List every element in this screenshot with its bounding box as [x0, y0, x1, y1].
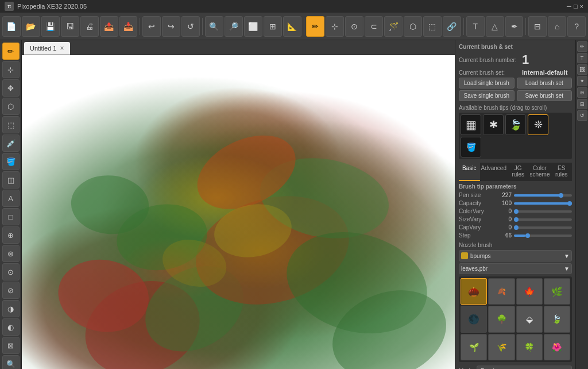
new-button[interactable]: 📄	[2, 16, 21, 37]
save-single-brush-button[interactable]: Save single brush	[459, 90, 514, 101]
eyedropper-tool[interactable]: 💉	[2, 134, 20, 152]
path-button[interactable]: ✒	[505, 16, 524, 37]
ellipse-select-button[interactable]: ⊙	[345, 16, 363, 37]
nozzle-folder-select[interactable]: bpumps ▼	[459, 250, 572, 262]
pen-size-slider[interactable]	[514, 194, 572, 197]
save-button[interactable]: 💾	[41, 16, 60, 37]
select-button[interactable]: ⊹	[326, 16, 344, 37]
gradient-tool[interactable]: ◫	[2, 171, 20, 189]
image-strip-button[interactable]: 🖼	[577, 64, 587, 75]
text-button[interactable]: T	[466, 16, 485, 37]
export-button[interactable]: 📤	[100, 16, 118, 37]
crop-button[interactable]: ⬚	[423, 16, 442, 37]
window-maximize[interactable]: □	[574, 3, 578, 10]
zoom-out-button[interactable]: 🔎	[225, 16, 243, 37]
blur-tool[interactable]: ⊙	[2, 263, 20, 280]
tab-color-scheme[interactable]: Color scheme	[528, 163, 551, 181]
heal-tool[interactable]: ⊗	[2, 245, 20, 262]
clone-tool[interactable]: ⊕	[2, 226, 20, 244]
capacity-slider[interactable]	[514, 202, 572, 205]
save-brush-set-button[interactable]: Save brush set	[517, 90, 572, 101]
brush-cell-5[interactable]: 🌑	[461, 306, 487, 332]
transform-tool[interactable]: ⬡	[2, 98, 20, 115]
brush-cell-2[interactable]: 🍂	[488, 278, 514, 305]
crop-tool[interactable]: ⬚	[2, 116, 20, 133]
canvas[interactable]	[22, 55, 455, 369]
eraser-tool[interactable]: ⊠	[2, 337, 20, 354]
zoom-in-button[interactable]: 🔍	[205, 16, 223, 37]
fit-button[interactable]: ⬜	[244, 16, 262, 37]
zoom-tool[interactable]: 🔍	[2, 355, 20, 369]
brush-tip-1[interactable]: ▦	[461, 114, 481, 135]
select-tool[interactable]: ⊹	[2, 61, 20, 78]
brush-cell-9[interactable]: 🌱	[461, 334, 487, 360]
brush-strip-button[interactable]: ✏	[577, 41, 587, 52]
layers-button[interactable]: ⊟	[528, 16, 547, 37]
pen-size-value: 227	[496, 192, 512, 198]
transform-button[interactable]: ⬡	[404, 16, 422, 37]
history-button[interactable]: ↺	[181, 16, 200, 37]
brush-cell-6[interactable]: 🌳	[488, 306, 514, 332]
filter-strip-button[interactable]: ⊛	[577, 87, 587, 98]
magic-wand-button[interactable]: 🪄	[384, 16, 403, 37]
fill-tool[interactable]: 🪣	[2, 153, 20, 170]
move-tool[interactable]: ✥	[2, 79, 20, 97]
brush-cell-10[interactable]: 🌾	[488, 334, 514, 360]
capvary-slider[interactable]	[514, 226, 572, 229]
effect-strip-button[interactable]: ✦	[577, 76, 587, 86]
save-as-button[interactable]: 🖫	[61, 16, 79, 37]
help-button[interactable]: ?	[567, 16, 586, 37]
brush-cell-7[interactable]: ⬙	[516, 306, 543, 332]
brush-cell-3[interactable]: 🍁	[516, 278, 543, 305]
leaf-svg	[22, 55, 455, 369]
sync-strip-button[interactable]: ↺	[577, 110, 587, 121]
mode-select[interactable]: Random Sequential Fixed	[477, 366, 572, 369]
window-minimize[interactable]: ─	[567, 3, 571, 10]
load-brush-set-button[interactable]: Load brush set	[517, 78, 572, 89]
brush-tip-2[interactable]: ✱	[483, 114, 504, 135]
lasso-button[interactable]: ⊂	[365, 16, 383, 37]
burn-tool[interactable]: ◐	[2, 318, 20, 336]
redo-button[interactable]: ↪	[162, 16, 180, 37]
import-button[interactable]: 📥	[119, 16, 138, 37]
load-single-brush-button[interactable]: Load single brush	[459, 78, 514, 89]
brush-tip-3[interactable]: 🍃	[505, 114, 526, 135]
smudge-tool[interactable]: ⊘	[2, 282, 20, 299]
brush-cell-11[interactable]: 🍀	[516, 334, 543, 360]
brush-tip-4[interactable]: ❊	[528, 114, 548, 135]
link-button[interactable]: 🔗	[443, 16, 461, 37]
brush-cell-1[interactable]: 🌰	[461, 278, 487, 305]
tab-advanced[interactable]: Advanced	[480, 163, 508, 181]
undo-button[interactable]: ↩	[142, 16, 161, 37]
sizevary-slider[interactable]	[514, 218, 572, 221]
brush-cell-12[interactable]: 🌺	[544, 334, 570, 360]
step-slider[interactable]	[514, 235, 572, 237]
dodge-tool[interactable]: ◑	[2, 300, 20, 317]
nozzle-file-select[interactable]: leaves.pbr ▼	[459, 263, 572, 274]
brush-cell-8[interactable]: 🍃	[544, 306, 570, 332]
tab-basic[interactable]: Basic	[459, 163, 480, 181]
tab-es-rules[interactable]: ES rules	[551, 163, 572, 181]
tab-jg-rules[interactable]: JG rules	[508, 163, 529, 181]
document-tab[interactable]: Untitled 1 ×	[24, 42, 70, 55]
shape-tool[interactable]: □	[2, 208, 20, 225]
nozzle-folder-chevron: ▼	[564, 253, 570, 259]
open-button[interactable]: 📂	[22, 16, 40, 37]
window-close[interactable]: ×	[580, 3, 583, 10]
grid-button[interactable]: ⊞	[264, 16, 282, 37]
text-tool[interactable]: A	[2, 190, 20, 207]
print-button[interactable]: 🖨	[80, 16, 99, 37]
history2-button[interactable]: ⌂	[548, 16, 566, 37]
tab-close-button[interactable]: ×	[60, 44, 64, 52]
brush-tip-5[interactable]: 🪣	[461, 137, 481, 157]
draw-tool[interactable]: ✏	[2, 43, 20, 60]
brush-cell-4[interactable]: 🌿	[544, 278, 570, 305]
text-strip-button[interactable]: T	[577, 53, 587, 63]
step-row: Step 66	[459, 232, 572, 239]
pen-button[interactable]: ✏	[306, 16, 324, 37]
painting-area[interactable]	[22, 55, 455, 369]
colorvary-slider[interactable]	[514, 210, 572, 213]
shape-button[interactable]: △	[486, 16, 504, 37]
ruler-button[interactable]: 📐	[283, 16, 301, 37]
layer-strip-button[interactable]: ⊟	[577, 99, 587, 109]
